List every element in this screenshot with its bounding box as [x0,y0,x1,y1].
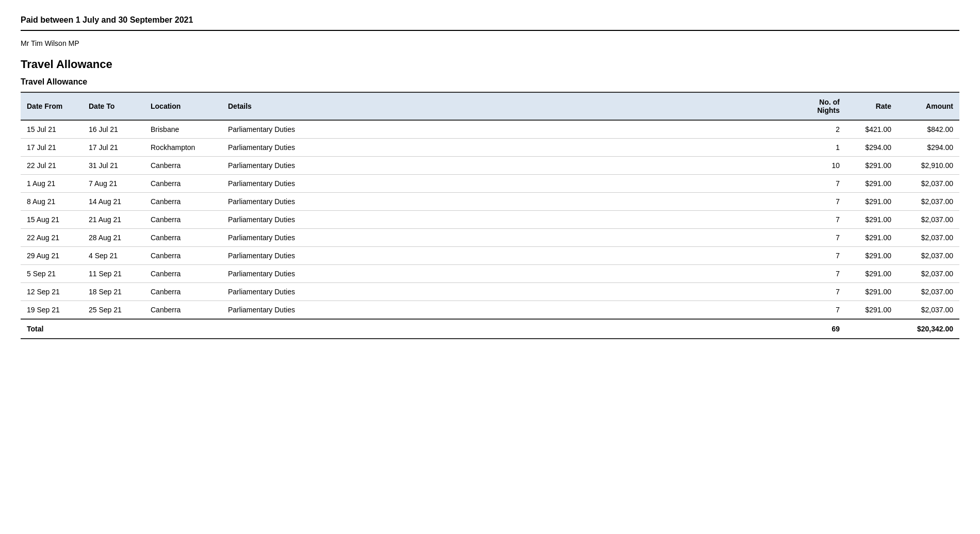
cell-rate: $291.00 [846,301,897,320]
cell-date-to: 4 Sep 21 [83,247,144,265]
cell-nights: 7 [794,247,846,265]
cell-nights: 10 [794,157,846,175]
cell-details: Parliamentary Duties [222,175,794,193]
cell-rate: $291.00 [846,175,897,193]
cell-details: Parliamentary Duties [222,120,794,139]
cell-date-from: 19 Sep 21 [21,301,83,320]
cell-nights: 7 [794,211,846,229]
cell-rate: $421.00 [846,120,897,139]
cell-location: Canberra [144,247,222,265]
table-row: 29 Aug 21 4 Sep 21 Canberra Parliamentar… [21,247,959,265]
table-row: 17 Jul 21 17 Jul 21 Rockhampton Parliame… [21,139,959,157]
cell-date-to: 7 Aug 21 [83,175,144,193]
cell-location: Canberra [144,301,222,320]
footer-total-amount: $20,342.00 [897,319,959,339]
travel-allowance-table: Date From Date To Location Details No. o… [21,92,959,339]
footer-empty-rate [846,319,897,339]
cell-details: Parliamentary Duties [222,265,794,283]
cell-date-to: 11 Sep 21 [83,265,144,283]
cell-date-from: 8 Aug 21 [21,193,83,211]
cell-date-to: 31 Jul 21 [83,157,144,175]
cell-date-to: 28 Aug 21 [83,229,144,247]
cell-nights: 1 [794,139,846,157]
cell-details: Parliamentary Duties [222,193,794,211]
cell-location: Canberra [144,211,222,229]
cell-date-from: 22 Jul 21 [21,157,83,175]
cell-date-from: 22 Aug 21 [21,229,83,247]
cell-location: Canberra [144,193,222,211]
cell-amount: $2,037.00 [897,265,959,283]
footer-total-nights: 69 [794,319,846,339]
cell-details: Parliamentary Duties [222,139,794,157]
cell-amount: $2,037.00 [897,247,959,265]
table-row: 12 Sep 21 18 Sep 21 Canberra Parliamenta… [21,283,959,301]
cell-amount: $2,037.00 [897,283,959,301]
table-row: 22 Aug 21 28 Aug 21 Canberra Parliamenta… [21,229,959,247]
cell-rate: $291.00 [846,193,897,211]
cell-date-to: 16 Jul 21 [83,120,144,139]
header-location: Location [144,92,222,120]
cell-nights: 7 [794,265,846,283]
cell-date-to: 17 Jul 21 [83,139,144,157]
cell-nights: 7 [794,175,846,193]
cell-details: Parliamentary Duties [222,211,794,229]
cell-location: Rockhampton [144,139,222,157]
section-title: Travel Allowance [21,58,959,71]
cell-details: Parliamentary Duties [222,247,794,265]
page-title: Paid between 1 July and 30 September 202… [21,15,959,25]
cell-details: Parliamentary Duties [222,301,794,320]
cell-nights: 7 [794,193,846,211]
table-row: 22 Jul 21 31 Jul 21 Canberra Parliamenta… [21,157,959,175]
cell-amount: $2,037.00 [897,229,959,247]
cell-nights: 7 [794,229,846,247]
cell-date-to: 18 Sep 21 [83,283,144,301]
table-row: 8 Aug 21 14 Aug 21 Canberra Parliamentar… [21,193,959,211]
cell-rate: $291.00 [846,229,897,247]
cell-rate: $294.00 [846,139,897,157]
table-row: 15 Aug 21 21 Aug 21 Canberra Parliamenta… [21,211,959,229]
cell-amount: $842.00 [897,120,959,139]
cell-location: Canberra [144,229,222,247]
cell-location: Canberra [144,175,222,193]
cell-date-from: 17 Jul 21 [21,139,83,157]
table-row: 15 Jul 21 16 Jul 21 Brisbane Parliamenta… [21,120,959,139]
cell-rate: $291.00 [846,157,897,175]
header-amount: Amount [897,92,959,120]
cell-details: Parliamentary Duties [222,157,794,175]
footer-label: Total [21,319,794,339]
table-row: 19 Sep 21 25 Sep 21 Canberra Parliamenta… [21,301,959,320]
cell-nights: 2 [794,120,846,139]
table-footer-row: Total 69 $20,342.00 [21,319,959,339]
header-date-from: Date From [21,92,83,120]
table-row: 5 Sep 21 11 Sep 21 Canberra Parliamentar… [21,265,959,283]
cell-details: Parliamentary Duties [222,229,794,247]
cell-location: Brisbane [144,120,222,139]
cell-location: Canberra [144,283,222,301]
cell-date-to: 14 Aug 21 [83,193,144,211]
top-divider [21,30,959,31]
cell-nights: 7 [794,283,846,301]
cell-date-from: 29 Aug 21 [21,247,83,265]
header-rate: Rate [846,92,897,120]
cell-date-from: 1 Aug 21 [21,175,83,193]
cell-amount: $2,037.00 [897,193,959,211]
header-details: Details [222,92,794,120]
cell-amount: $2,037.00 [897,301,959,320]
cell-amount: $2,037.00 [897,175,959,193]
cell-rate: $291.00 [846,265,897,283]
table-header-row: Date From Date To Location Details No. o… [21,92,959,120]
subsection-title: Travel Allowance [21,77,959,87]
cell-details: Parliamentary Duties [222,283,794,301]
cell-location: Canberra [144,157,222,175]
cell-amount: $2,910.00 [897,157,959,175]
cell-date-from: 15 Jul 21 [21,120,83,139]
cell-nights: 7 [794,301,846,320]
cell-rate: $291.00 [846,283,897,301]
cell-rate: $291.00 [846,247,897,265]
cell-date-from: 12 Sep 21 [21,283,83,301]
cell-date-from: 5 Sep 21 [21,265,83,283]
cell-date-to: 25 Sep 21 [83,301,144,320]
table-row: 1 Aug 21 7 Aug 21 Canberra Parliamentary… [21,175,959,193]
cell-location: Canberra [144,265,222,283]
cell-amount: $2,037.00 [897,211,959,229]
